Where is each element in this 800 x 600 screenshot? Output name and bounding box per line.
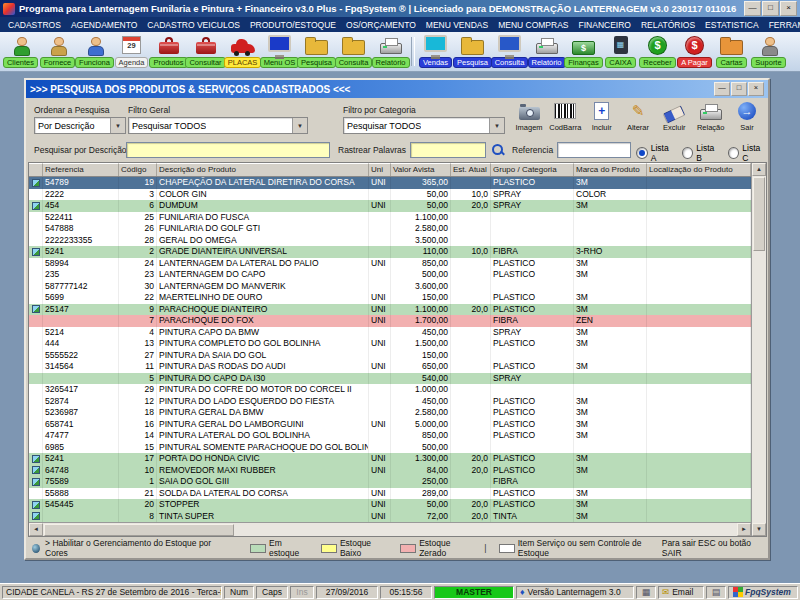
track-words-input[interactable] <box>410 142 486 158</box>
toolbar-button-suporte[interactable]: Suporte <box>750 33 787 70</box>
menu-relatorios[interactable]: RELATÓRIOS <box>636 20 700 30</box>
close-icon[interactable]: × <box>780 1 797 16</box>
menu-cadastros[interactable]: CADASTROS <box>3 20 66 30</box>
table-row[interactable]: 251479PARACHOQUE DIANTEIROUNI1.100,0020,… <box>29 304 751 316</box>
inner-close-icon[interactable]: × <box>748 82 764 96</box>
table-row[interactable]: 54788826FUNILARIA DO GOLF GTI2.580,00 <box>29 223 751 235</box>
vertical-scrollbar[interactable]: ▲ ▼ <box>751 163 766 536</box>
toolbar-button-caixa[interactable]: ▦CAIXA <box>602 33 639 70</box>
table-row[interactable]: 326541729PINTURA DO COFRE DO MOTOR DO CO… <box>29 384 751 396</box>
toolbar-button-consultar[interactable]: Consultar <box>187 33 224 70</box>
inner-minimize-icon[interactable]: — <box>714 82 730 96</box>
table-row[interactable]: 52412GRADE DIANTEIRA UNIVERSAL110,0010,0… <box>29 246 751 258</box>
table-row[interactable]: 755891SAIA DO GOL GIII250,00FIBRA <box>29 476 751 488</box>
table-row[interactable]: 52144PINTURA CAPO DA BMW450,00SPRAY3M <box>29 327 751 339</box>
column-header-referencia[interactable]: Referencia <box>43 163 119 176</box>
chevron-down-icon[interactable]: ▼ <box>110 118 125 133</box>
column-header-est-atual[interactable]: Est. Atual <box>451 163 491 176</box>
toolbar-button-menu-os[interactable]: Menu OS <box>261 33 298 70</box>
table-row[interactable]: 523698718PINTURA GERAL DA BMW2.580,00PLA… <box>29 407 751 419</box>
horizontal-scrollbar[interactable]: ◄ ► <box>29 522 751 536</box>
column-header-localizacao-do-produto[interactable]: Localização do Produto <box>647 163 751 176</box>
legend-toggle-icon[interactable] <box>32 544 40 553</box>
table-row[interactable]: 54544520STOPPERUNI50,0020,0PLASTICO3M <box>29 499 751 511</box>
table-row[interactable]: 555552227PINTURA DA SAIA DO GOL150,00 <box>29 350 751 362</box>
menu-estatistica[interactable]: ESTATISTICA <box>700 20 764 30</box>
table-row[interactable]: 7PARACHOQUE DO FOXUNI1.700,00FIBRAZEN <box>29 315 751 327</box>
table-row[interactable]: 31456411PINTURA DAS RODAS DO AUDIUNI650,… <box>29 361 751 373</box>
table-row[interactable]: 4747714PINTURA LATERAL DO GOL BOLINHA850… <box>29 430 751 442</box>
column-header-valor-avista[interactable]: Valor Avista <box>391 163 451 176</box>
column-header-codigo[interactable]: Código <box>119 163 157 176</box>
table-row[interactable]: 698515PINTURAL SOMENTE PARACHOQUE DO GOL… <box>29 442 751 454</box>
scroll-down-icon[interactable]: ▼ <box>752 523 766 536</box>
action-alterar[interactable]: ✎Alterar <box>621 100 655 132</box>
action-relacao[interactable]: Relação <box>694 100 728 132</box>
scroll-right-icon[interactable]: ► <box>737 523 751 536</box>
column-header-uni[interactable]: Uni <box>369 163 391 176</box>
action-codbarra[interactable]: CodBarra <box>548 100 582 132</box>
category-filter-dropdown[interactable]: Pesquisar TODOS ▼ <box>343 117 505 134</box>
table-row[interactable]: 5287412PINTURA DO LADO ESQUERDO DO FIEST… <box>29 396 751 408</box>
radio-lista-b[interactable]: Lista B <box>682 143 722 163</box>
monitor-icon[interactable]: ▦ <box>636 586 656 599</box>
table-row[interactable]: 65874116PINTURA GERAL DO LAMBORGUINIUNI5… <box>29 419 751 431</box>
toolbar-button-fornece[interactable]: Fornece <box>39 33 76 70</box>
toolbar-button-consulta[interactable]: Consulta <box>335 33 372 70</box>
toolbar-button-cartas[interactable]: Cartas <box>713 33 750 70</box>
menu-ferramentas[interactable]: FERRAMENTAS <box>764 20 800 30</box>
table-row[interactable]: 22223COLOR GIN50,0010,0SPRAYCOLOR <box>29 189 751 201</box>
table-row[interactable]: 52241125FUNILARIA DO FUSCA1.100,00 <box>29 212 751 224</box>
toolbar-button-relatorio[interactable]: Relatório <box>372 33 409 70</box>
horizontal-scroll-thumb[interactable] <box>44 524 234 536</box>
scroll-up-icon[interactable]: ▲ <box>752 163 766 176</box>
toolbar-button-funciona[interactable]: Funciona <box>76 33 113 70</box>
chevron-down-icon[interactable]: ▼ <box>292 118 307 133</box>
action-incluir[interactable]: Incluir <box>585 100 619 132</box>
table-row[interactable]: 6474810REMOVEDOR MAXI RUBBERUNI84,0020,0… <box>29 465 751 477</box>
table-row[interactable]: 8TINTA SUPERUNI72,0020,0TINTA3M <box>29 511 751 523</box>
menu-menu-vendas[interactable]: MENU VENDAS <box>421 20 493 30</box>
toolbar-button-consulta[interactable]: Consulta <box>491 33 528 70</box>
chevron-down-icon[interactable]: ▼ <box>489 118 504 133</box>
table-row[interactable]: 5PINTURA DO CAPO DA I30540,00SPRAY <box>29 373 751 385</box>
minimize-icon[interactable]: — <box>744 1 761 16</box>
toolbar-button-placas[interactable]: PLACAS <box>224 33 261 70</box>
search-icon[interactable] <box>491 143 504 156</box>
menu-produto-estoque[interactable]: PRODUTO/ESTOQUE <box>245 20 341 30</box>
printer-icon[interactable]: ▤ <box>706 586 726 599</box>
action-excluir[interactable]: Excluir <box>657 100 691 132</box>
vertical-scroll-thumb[interactable] <box>753 177 765 251</box>
column-header-descricao-do-produto[interactable]: Descrição do Produto <box>157 163 369 176</box>
action-sair[interactable]: →Sair <box>730 100 764 132</box>
toolbar-button-financas[interactable]: $Finanças <box>565 33 602 70</box>
reference-input[interactable] <box>557 142 631 158</box>
action-imagem[interactable]: Imagem <box>512 100 546 132</box>
menu-cadastro-veiculos[interactable]: CADASTRO VEICULOS <box>142 20 245 30</box>
menu-financeiro[interactable]: FINANCEIRO <box>574 20 636 30</box>
table-row[interactable]: 5588821SOLDA DA LATERAL DO CORSAUNI289,0… <box>29 488 751 500</box>
order-dropdown[interactable]: Por Descrição ▼ <box>34 117 126 134</box>
toolbar-button-agenda[interactable]: Agenda <box>113 33 150 70</box>
menu-agendamento[interactable]: AGENDAMENTO <box>66 20 142 30</box>
toolbar-button-receber[interactable]: $Receber <box>639 33 676 70</box>
column-header-marca-do-produto[interactable]: Marca do Produto <box>574 163 647 176</box>
table-row[interactable]: 524117PORTA DO HONDA CIVICUNI1.300,0020,… <box>29 453 751 465</box>
table-row[interactable]: 569922MAERTELINHO DE OUROUNI150,00PLASTI… <box>29 292 751 304</box>
status-email[interactable]: ✉ Email <box>658 586 704 599</box>
table-row[interactable]: 4546DUMDUMUNI50,0020,0SPRAY3M <box>29 200 751 212</box>
table-row[interactable]: 5478919CHAPEAÇÃO DA LATERAL DIRETIRA DO … <box>29 177 751 189</box>
toolbar-button-vendas[interactable]: Vendas <box>417 33 454 70</box>
inner-maximize-icon[interactable]: □ <box>731 82 747 96</box>
radio-lista-a[interactable]: Lista A <box>636 143 676 163</box>
table-row[interactable]: 222223335528GERAL DO OMEGA3.500,00 <box>29 235 751 247</box>
table-row[interactable]: 58777714230LANTERNAGEM DO MANVERIK3.600,… <box>29 281 751 293</box>
table-row[interactable]: 44413PINTURA COMPLETO DO GOL BOLINHAUNI1… <box>29 338 751 350</box>
toolbar-button-pesquisa[interactable]: Pesquisa <box>454 33 491 70</box>
maximize-icon[interactable]: □ <box>762 1 779 16</box>
general-filter-dropdown[interactable]: Pesquisar TODOS ▼ <box>128 117 308 134</box>
table-row[interactable]: 5899424LANTERNAGEM DA LATERAL DO PALIOUN… <box>29 258 751 270</box>
toolbar-button-relatorio[interactable]: Relatório <box>528 33 565 70</box>
menu-menu-compras[interactable]: MENU COMPRAS <box>493 20 573 30</box>
search-description-input[interactable] <box>126 142 330 158</box>
